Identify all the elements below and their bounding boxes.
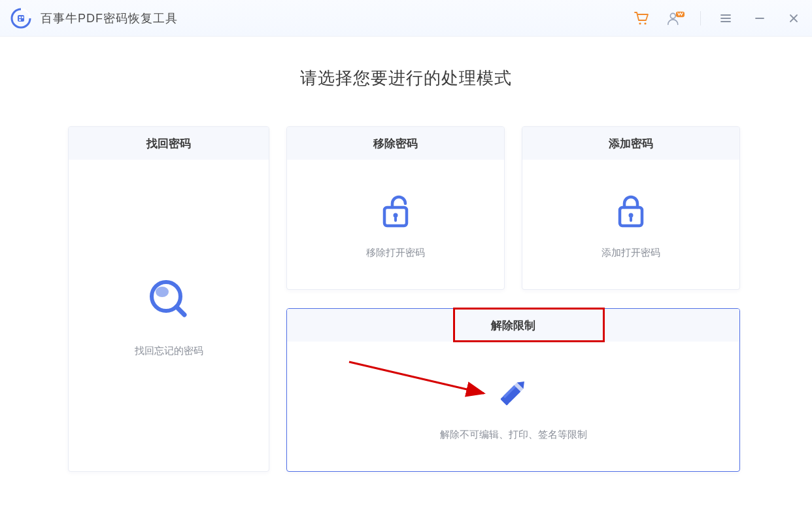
svg-rect-23 — [630, 217, 632, 222]
card-add-body: 添加打开密码 — [522, 160, 739, 289]
cards-container: 找回密码 找回忘记的密码 移除密码 — [68, 126, 744, 472]
card-recover-title: 找回密码 — [69, 127, 269, 160]
card-add-title: 添加密码 — [522, 127, 739, 160]
svg-point-6 — [644, 22, 646, 24]
svg-rect-3 — [22, 16, 24, 18]
card-add-password[interactable]: 添加密码 添加打开密码 — [522, 126, 740, 290]
magnifier-icon — [144, 274, 194, 324]
right-column: 移除密码 移除打开密码 — [286, 126, 740, 472]
svg-line-17 — [177, 307, 184, 315]
svg-rect-1 — [18, 15, 24, 22]
titlebar: 百事牛PDF密码恢复工具 — [0, 0, 812, 37]
app-logo-icon — [9, 7, 33, 30]
card-unrestrict-desc: 解除不可编辑、打印、签名等限制 — [440, 429, 587, 441]
svg-rect-4 — [19, 19, 21, 21]
card-remove-restrictions[interactable]: 解除限制 解除不可编辑、打印、签名等 — [286, 308, 740, 472]
titlebar-actions — [632, 9, 803, 27]
cart-icon[interactable] — [632, 9, 651, 27]
close-button[interactable] — [785, 9, 803, 27]
svg-rect-2 — [19, 16, 21, 18]
right-top-row: 移除密码 移除打开密码 — [286, 126, 740, 290]
minimize-button[interactable] — [751, 9, 769, 27]
svg-rect-20 — [394, 217, 397, 222]
svg-point-7 — [670, 13, 675, 18]
svg-point-5 — [639, 22, 641, 24]
card-recover-desc: 找回忘记的密码 — [135, 345, 203, 357]
page-title: 请选择您要进行的处理模式 — [68, 67, 744, 90]
menu-icon[interactable] — [717, 9, 735, 27]
titlebar-divider — [700, 11, 701, 26]
card-unrestrict-title: 解除限制 — [287, 309, 739, 342]
app-title: 百事牛PDF密码恢复工具 — [41, 10, 178, 26]
card-unrestrict-body: 解除不可编辑、打印、签名等限制 — [287, 342, 739, 471]
user-vip-icon[interactable] — [666, 9, 685, 27]
card-remove-title: 移除密码 — [287, 127, 504, 160]
lock-icon — [611, 190, 651, 231]
card-remove-password[interactable]: 移除密码 移除打开密码 — [286, 126, 505, 290]
card-recover-body: 找回忘记的密码 — [69, 160, 269, 471]
main-area: 请选择您要进行的处理模式 找回密码 找回忘记的密码 — [0, 37, 812, 491]
card-remove-desc: 移除打开密码 — [366, 247, 425, 259]
pencil-icon — [493, 372, 533, 413]
card-recover-password[interactable]: 找回密码 找回忘记的密码 — [68, 126, 269, 472]
svg-point-16 — [156, 287, 169, 297]
card-remove-body: 移除打开密码 — [287, 160, 504, 289]
card-add-desc: 添加打开密码 — [601, 247, 660, 259]
unlock-icon — [375, 190, 416, 231]
